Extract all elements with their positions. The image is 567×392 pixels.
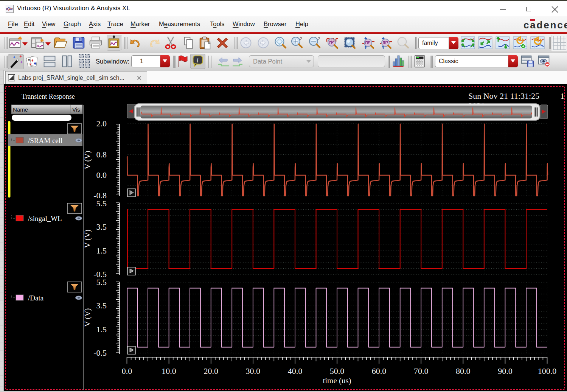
svg-text:V (V): V (V) bbox=[83, 151, 92, 169]
svg-text:5.5: 5.5 bbox=[96, 199, 107, 208]
svg-text:/SRAM cell: /SRAM cell bbox=[28, 137, 62, 145]
svg-text:3.5: 3.5 bbox=[96, 301, 107, 310]
svg-text:5.5: 5.5 bbox=[96, 277, 107, 287]
svg-text:2: 2 bbox=[300, 36, 302, 41]
svg-text:♣: ♣ bbox=[34, 61, 36, 65]
svg-text:Sun Nov 21 11:31:25: Sun Nov 21 11:31:25 bbox=[468, 91, 539, 101]
svg-text:80.0: 80.0 bbox=[456, 366, 471, 376]
svg-text:2.0: 2.0 bbox=[96, 119, 107, 128]
svg-text:V (V): V (V) bbox=[83, 229, 92, 248]
svg-text:30.0: 30.0 bbox=[246, 366, 261, 376]
svg-text:1.5: 1.5 bbox=[96, 246, 107, 255]
svg-text:✦: ✦ bbox=[12, 55, 16, 59]
svg-text:10.0: 10.0 bbox=[162, 366, 176, 376]
svg-text:Name: Name bbox=[13, 106, 28, 113]
svg-text:-0.5: -0.5 bbox=[93, 348, 107, 358]
svg-text:Transient Response: Transient Response bbox=[22, 93, 75, 100]
svg-text:Vis: Vis bbox=[72, 106, 80, 113]
svg-text:0.8: 0.8 bbox=[96, 150, 107, 159]
svg-text:✦: ✦ bbox=[20, 60, 23, 64]
svg-text:40.0: 40.0 bbox=[288, 366, 303, 376]
svg-text:90.0: 90.0 bbox=[498, 366, 513, 376]
svg-text:✦: ✦ bbox=[19, 54, 22, 59]
svg-text:V (V): V (V) bbox=[83, 308, 92, 327]
svg-text:0.0: 0.0 bbox=[96, 170, 107, 180]
svg-text:♠: ♠ bbox=[28, 58, 30, 62]
svg-text:0.0: 0.0 bbox=[122, 366, 132, 376]
svg-text:i: i bbox=[197, 57, 198, 64]
svg-text:100.0: 100.0 bbox=[538, 366, 557, 376]
svg-text:♥: ♥ bbox=[30, 62, 32, 66]
svg-text:60.0: 60.0 bbox=[372, 366, 387, 376]
svg-text:70.0: 70.0 bbox=[414, 366, 429, 376]
svg-text:3.5: 3.5 bbox=[96, 222, 107, 232]
svg-text:2: 2 bbox=[318, 36, 320, 41]
svg-text:1.5: 1.5 bbox=[96, 325, 107, 334]
svg-text:time (us): time (us) bbox=[323, 376, 351, 385]
svg-text:/Data: /Data bbox=[28, 294, 44, 302]
svg-text:20.0: 20.0 bbox=[203, 366, 218, 376]
svg-text:50.0: 50.0 bbox=[330, 366, 345, 376]
svg-text:1: 1 bbox=[560, 91, 564, 101]
svg-text:/singal_WL: /singal_WL bbox=[28, 215, 62, 222]
